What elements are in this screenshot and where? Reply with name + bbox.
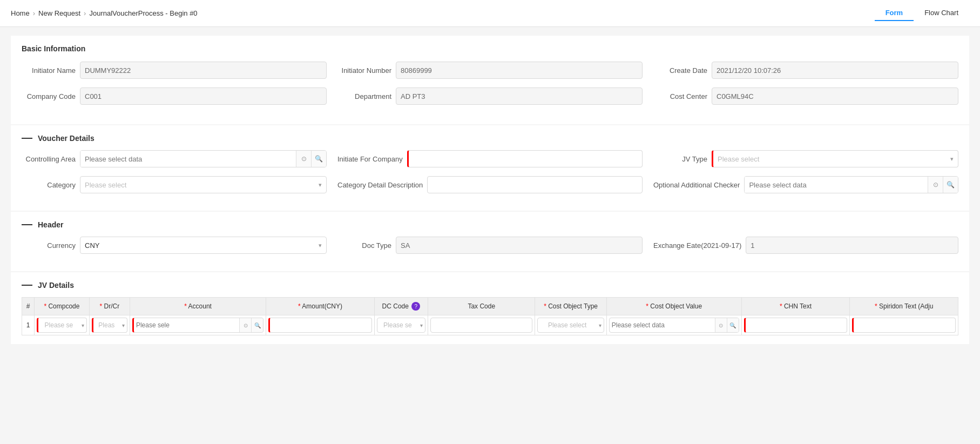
top-tabs: Form Flow Chart — [875, 5, 969, 21]
jv-type-label: JV Type — [653, 155, 707, 163]
optional-checker-label: Optional Additional Checker — [653, 181, 740, 189]
cost-center-field: Cost Center — [653, 88, 958, 105]
row-1-cost-object-clock-icon[interactable]: ⊙ — [715, 318, 727, 332]
row-1-dc-code-select[interactable]: Please se ▾ — [377, 318, 425, 333]
controlling-area-input-wrapper[interactable]: ⊙ 🔍 — [80, 150, 327, 167]
cost-center-input — [712, 88, 958, 105]
jv-type-chevron-icon: ▾ — [950, 156, 954, 163]
optional-checker-search-icon[interactable]: 🔍 — [943, 177, 958, 193]
basic-info-title: Basic Information — [22, 44, 958, 53]
col-cost-object-type: * Cost Object Type — [535, 298, 606, 315]
row-1-spiridon-text-input[interactable] — [854, 318, 955, 332]
controlling-area-clock-icon[interactable]: ⊙ — [296, 151, 311, 167]
create-date-label: Create Date — [653, 66, 707, 75]
breadcrumb: Home › New Request › JournalVoucherProce… — [11, 9, 198, 17]
row-1-account-input-wrapper[interactable]: ⊙ 🔍 — [132, 318, 263, 333]
row-1-compcode-text: Please se — [38, 321, 79, 329]
basic-info-section: Basic Information Initiator Name Initiat… — [11, 36, 969, 124]
row-1-compcode-select[interactable]: Please se ▾ — [37, 318, 87, 333]
category-detail-label: Category Detail Description — [337, 181, 423, 189]
exchange-rate-input — [746, 237, 958, 254]
row-1-cost-object-type-text: Please select — [538, 321, 596, 329]
tab-form[interactable]: Form — [875, 5, 914, 21]
divider-line — [22, 138, 32, 139]
row-1-chn-text — [741, 315, 850, 335]
optional-checker-input[interactable] — [745, 177, 928, 193]
jv-type-select-text: Please select — [718, 155, 950, 163]
basic-info-row-2: Company Code Department Cost Center — [22, 88, 958, 105]
optional-checker-clock-icon[interactable]: ⊙ — [928, 177, 943, 193]
row-1-tax-code — [428, 315, 535, 335]
controlling-area-field: Controlling Area ⊙ 🔍 — [22, 150, 327, 167]
col-compcode: * Compcode — [35, 298, 90, 315]
row-1-account-search-icon[interactable]: 🔍 — [251, 318, 263, 332]
tab-flow-chart[interactable]: Flow Chart — [914, 5, 969, 21]
col-cost-object-value: * Cost Object Value — [606, 298, 741, 315]
row-1-cost-object-type-chevron: ▾ — [597, 322, 604, 328]
col-amount: * Amount(CNY) — [266, 298, 375, 315]
row-1-compcode-chevron: ▾ — [79, 322, 86, 328]
header-title: Header — [38, 220, 63, 229]
header-row-1: Currency CNY ▾ Doc Type Exchange Eate(20… — [22, 237, 958, 254]
jv-table: # * Compcode * Dr/Cr * Account * Amount(… — [22, 297, 958, 335]
dc-code-info-icon[interactable]: ? — [411, 302, 420, 311]
col-tax-code: Tax Code — [428, 298, 535, 315]
row-1-cost-object-value: ⊙ 🔍 — [606, 315, 741, 335]
currency-select[interactable]: CNY ▾ — [80, 237, 327, 254]
row-1-chn-text-input[interactable] — [746, 318, 847, 332]
company-code-label: Company Code — [22, 92, 76, 100]
initiate-company-input[interactable] — [407, 150, 643, 167]
breadcrumb-new-request[interactable]: New Request — [38, 9, 80, 17]
controlling-area-input[interactable] — [80, 151, 296, 167]
doc-type-input — [396, 237, 643, 254]
row-1-dr-cr: Pleas ▾ — [89, 315, 130, 335]
jv-details-title: JV Details — [38, 281, 74, 290]
initiate-company-field: Initiate For Company — [337, 150, 643, 167]
voucher-details-section: Voucher Details Controlling Area ⊙ 🔍 Ini… — [11, 125, 969, 211]
optional-checker-input-wrapper[interactable]: ⊙ 🔍 — [744, 176, 958, 193]
row-1-cost-object-value-input-wrapper[interactable]: ⊙ 🔍 — [609, 318, 739, 333]
exchange-rate-label: Exchange Eate(2021-09-17) — [653, 241, 741, 250]
basic-info-row-1: Initiator Name Initiator Number Create D… — [22, 62, 958, 79]
row-1-cost-object-value-input[interactable] — [610, 318, 715, 332]
row-1-compcode: Please se ▾ — [35, 315, 90, 335]
row-1-account-clock-icon[interactable]: ⊙ — [239, 318, 251, 332]
jv-type-select[interactable]: Please select ▾ — [712, 150, 958, 167]
category-field: Category Please select ▾ — [22, 176, 327, 193]
initiator-name-field: Initiator Name — [22, 62, 327, 79]
cost-center-label: Cost Center — [653, 92, 707, 100]
row-1-chn-text-input-wrapper[interactable] — [744, 318, 848, 333]
create-date-input — [712, 62, 958, 79]
row-1-dr-cr-select[interactable]: Pleas ▾ — [92, 318, 127, 333]
row-1-account-input[interactable] — [134, 318, 239, 332]
initiator-name-input — [80, 62, 327, 79]
breadcrumb-current: JournalVoucherProcess - Begin #0 — [89, 9, 197, 17]
row-1-amount-input-wrapper[interactable] — [268, 318, 372, 333]
col-dc-code: DC Code ? — [374, 298, 428, 315]
col-account: * Account — [130, 298, 266, 315]
row-1-num: 1 — [22, 315, 35, 335]
row-1-amount-input[interactable] — [270, 318, 371, 332]
row-1-spiridon-text-input-wrapper[interactable] — [852, 318, 956, 333]
category-select[interactable]: Please select ▾ — [80, 176, 327, 193]
initiator-name-label: Initiator Name — [22, 66, 76, 75]
row-1-cost-object-type-select[interactable]: Please select ▾ — [537, 318, 604, 333]
controlling-area-search-icon[interactable]: 🔍 — [311, 151, 326, 167]
voucher-details-title: Voucher Details — [38, 134, 94, 143]
breadcrumb-sep-1: › — [33, 9, 35, 17]
header-divider: Header — [22, 220, 958, 229]
initiator-number-field: Initiator Number — [337, 62, 643, 79]
category-detail-input[interactable] — [427, 176, 643, 193]
row-1-cost-object-search-icon[interactable]: 🔍 — [727, 318, 739, 332]
department-label: Department — [337, 92, 391, 100]
row-1-tax-code-input[interactable] — [431, 318, 532, 332]
row-1-account: ⊙ 🔍 — [130, 315, 266, 335]
category-label: Category — [22, 181, 76, 189]
category-select-text: Please select — [85, 181, 319, 189]
row-1-tax-code-input-wrapper[interactable] — [430, 318, 532, 333]
row-1-dc-code: Please se ▾ — [374, 315, 428, 335]
row-1-spiridon-text — [850, 315, 958, 335]
voucher-row-1: Controlling Area ⊙ 🔍 Initiate For Compan… — [22, 150, 958, 167]
company-code-input — [80, 88, 327, 105]
breadcrumb-home[interactable]: Home — [11, 9, 30, 17]
